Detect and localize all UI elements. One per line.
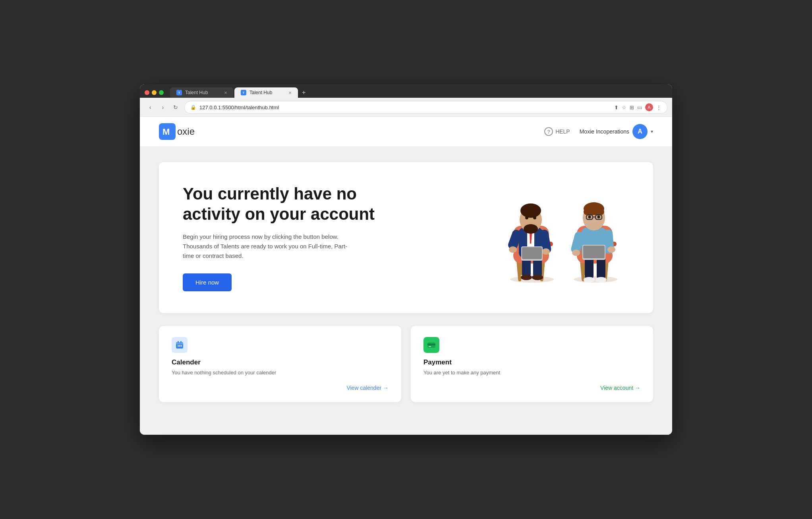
browser-tab-1[interactable]: T Talent Hub ✕	[170, 87, 234, 98]
logo-icon: M	[159, 123, 176, 140]
svg-rect-57	[176, 342, 183, 345]
svg-point-13	[532, 275, 543, 280]
svg-rect-61	[179, 345, 180, 347]
url-bar[interactable]: 🔒 127.0.0.1:5500/html/talenthub.html ⬆ ☆…	[184, 101, 667, 114]
svg-rect-65	[429, 346, 431, 347]
payment-card: Payment You are yet to make any payment …	[411, 326, 653, 402]
url-bar-icons: ⬆ ☆ ⊞ ▭ A ⋮	[614, 103, 661, 111]
hire-now-button[interactable]: Hire now	[183, 273, 232, 291]
hero-svg	[494, 182, 629, 293]
svg-rect-58	[178, 341, 179, 343]
payment-card-icon	[423, 337, 439, 353]
menu-icon[interactable]: ⋮	[656, 105, 661, 110]
url-text: 127.0.0.1:5500/html/talenthub.html	[199, 105, 279, 110]
address-bar: ‹ › ↻ 🔒 127.0.0.1:5500/html/talenthub.ht…	[140, 98, 672, 117]
svg-point-39	[584, 277, 595, 283]
tab-favicon-1: T	[176, 90, 182, 95]
payment-card-desc: You are yet to make any payment	[423, 369, 640, 377]
svg-point-12	[521, 275, 532, 280]
tab-close-2[interactable]: ✕	[288, 91, 292, 95]
svg-rect-22	[522, 247, 542, 259]
main-content: You currently have no activity on your a…	[140, 146, 672, 418]
hero-title: You currently have no activity on your a…	[183, 184, 389, 224]
svg-point-20	[542, 248, 550, 255]
svg-point-25	[524, 224, 538, 234]
tab-label-1: Talent Hub	[185, 90, 208, 95]
share-icon[interactable]: ⬆	[614, 105, 619, 110]
svg-point-44	[572, 250, 580, 256]
dropdown-arrow-icon: ▾	[651, 129, 653, 134]
close-dot[interactable]	[145, 90, 149, 95]
svg-point-54	[588, 216, 591, 219]
tab-close-1[interactable]: ✕	[224, 91, 227, 95]
tab-label-2: Talent Hub	[249, 90, 272, 95]
minimize-dot[interactable]	[152, 90, 157, 95]
calendar-card-title: Calender	[172, 358, 389, 366]
svg-point-1	[510, 276, 554, 283]
svg-rect-59	[180, 341, 182, 343]
sidebar-icon[interactable]: ▭	[637, 105, 642, 110]
profile-icon[interactable]: A	[645, 103, 653, 111]
hero-subtitle: Begin your hiring process now by clickin…	[183, 232, 358, 261]
svg-rect-50	[584, 209, 604, 215]
payment-link-row: View account →	[423, 385, 640, 391]
nav-buttons: ‹ › ↻	[145, 102, 181, 113]
tab-favicon-2: T	[241, 90, 246, 95]
logo-text: oxie	[177, 126, 195, 137]
payment-card-title: Payment	[423, 358, 640, 366]
svg-point-27	[533, 216, 536, 219]
browser-chrome: T Talent Hub ✕ T Talent Hub ✕ +	[140, 84, 672, 98]
navbar: M oxie ? HELP Moxie Incoperations A ▾	[140, 117, 672, 146]
new-tab-button[interactable]: +	[299, 87, 309, 98]
svg-rect-60	[178, 345, 179, 347]
browser-tab-2[interactable]: T Talent Hub ✕	[234, 87, 298, 98]
user-name: Moxie Incoperations	[580, 128, 629, 135]
svg-point-26	[525, 216, 528, 219]
help-label: HELP	[555, 128, 570, 135]
forward-button[interactable]: ›	[157, 102, 168, 113]
view-calendar-link[interactable]: View calender →	[346, 385, 389, 391]
reload-button[interactable]: ↻	[170, 102, 181, 113]
calendar-link-row: View calender →	[172, 385, 389, 391]
help-circle-icon: ?	[544, 127, 553, 136]
svg-text:M: M	[162, 127, 170, 137]
calendar-card-desc: You have nothing scheduled on your calen…	[172, 369, 389, 377]
calendar-card-icon	[172, 337, 188, 353]
browser-window: T Talent Hub ✕ T Talent Hub ✕ + ‹ › ↻ 🔒 …	[140, 84, 672, 435]
hero-illustration	[494, 182, 629, 293]
user-avatar: A	[632, 124, 648, 139]
hero-text: You currently have no activity on your a…	[183, 184, 389, 291]
logo: M oxie	[159, 123, 195, 140]
page-content: M oxie ? HELP Moxie Incoperations A ▾	[140, 117, 672, 435]
svg-point-24	[520, 203, 541, 218]
window-controls	[145, 90, 164, 95]
svg-point-55	[597, 216, 600, 219]
view-account-link[interactable]: View account →	[600, 385, 640, 391]
svg-rect-62	[181, 345, 182, 347]
calendar-card: Calender You have nothing scheduled on y…	[159, 326, 401, 402]
bottom-cards: Calender You have nothing scheduled on y…	[159, 326, 653, 402]
nav-right: ? HELP Moxie Incoperations A ▾	[544, 124, 653, 139]
star-icon[interactable]: ☆	[622, 105, 626, 110]
svg-point-28	[574, 276, 617, 283]
svg-rect-64	[427, 344, 435, 345]
maximize-dot[interactable]	[159, 90, 164, 95]
svg-point-19	[509, 246, 517, 253]
svg-rect-47	[583, 246, 605, 258]
svg-point-40	[595, 277, 607, 283]
extensions-icon[interactable]: ⊞	[630, 105, 634, 110]
browser-tabs: T Talent Hub ✕ T Talent Hub ✕ +	[170, 87, 667, 98]
lock-icon: 🔒	[190, 105, 196, 110]
help-button[interactable]: ? HELP	[544, 127, 570, 136]
user-info[interactable]: Moxie Incoperations A ▾	[580, 124, 653, 139]
hero-card: You currently have no activity on your a…	[159, 162, 653, 313]
svg-point-45	[607, 246, 615, 253]
back-button[interactable]: ‹	[145, 102, 156, 113]
